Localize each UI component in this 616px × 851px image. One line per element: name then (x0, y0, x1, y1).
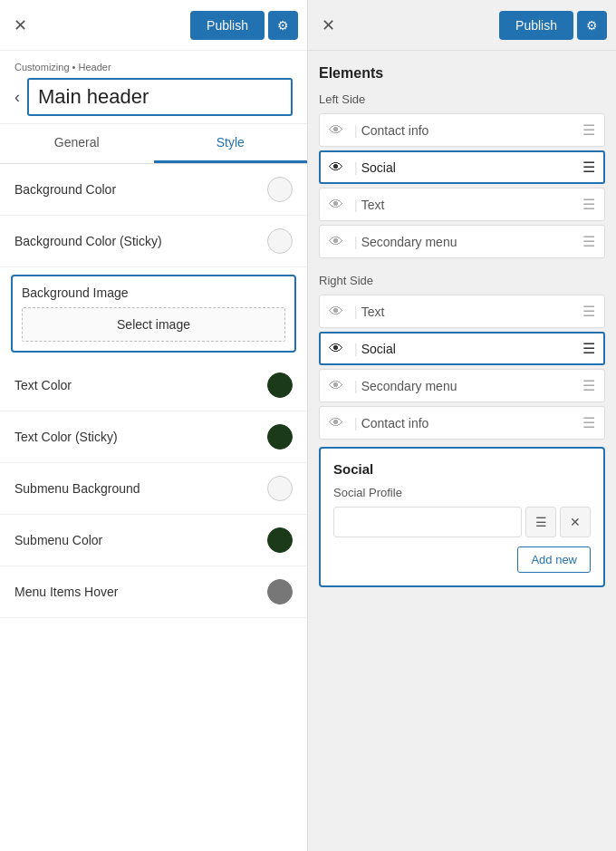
setting-text-color: Text Color (0, 360, 307, 411)
hamburger-icon: ☰ (582, 196, 595, 213)
tab-general[interactable]: General (0, 124, 154, 163)
eye-icon: 👁 (329, 160, 343, 176)
submenu-background-swatch[interactable] (267, 476, 293, 501)
hamburger-icon: ☰ (582, 121, 595, 139)
left-item-social-label: Social (361, 160, 582, 175)
breadcrumb: Customizing • Header (14, 62, 293, 73)
pipe-divider: | (354, 235, 358, 249)
eye-icon: 👁 (329, 122, 343, 139)
social-input-row: ☰ ✕ (333, 507, 591, 537)
left-item-text-label: Text (361, 198, 582, 212)
setting-text-color-sticky-label: Text Color (Sticky) (14, 430, 118, 444)
pipe-divider: | (354, 305, 358, 319)
menu-items-hover-swatch[interactable] (267, 579, 293, 604)
left-item-contact-info[interactable]: 👁 | Contact info ☰ (319, 113, 605, 147)
left-side-label: Left Side (319, 92, 605, 106)
background-color-sticky-swatch[interactable] (267, 228, 293, 254)
left-publish-button[interactable]: Publish (190, 11, 265, 40)
add-new-button[interactable]: Add new (517, 546, 591, 573)
right-item-text-label: Text (361, 305, 582, 319)
left-item-text[interactable]: 👁 | Text ☰ (319, 188, 605, 221)
setting-background-color-sticky-label: Background Color (Sticky) (14, 234, 162, 248)
eye-icon: 👁 (329, 197, 343, 213)
settings-list: Background Color Background Color (Stick… (0, 164, 307, 851)
right-item-contact-info-label: Contact info (361, 416, 582, 430)
page-title: Main header (27, 78, 293, 116)
pipe-divider: | (354, 160, 358, 175)
right-item-contact-info[interactable]: 👁 | Contact info ☰ (319, 406, 605, 440)
text-color-swatch[interactable] (267, 372, 293, 398)
setting-menu-items-hover-label: Menu Items Hover (14, 585, 118, 599)
background-color-swatch[interactable] (267, 177, 293, 202)
social-profile-label: Social Profile (333, 486, 591, 499)
setting-background-color: Background Color (0, 164, 307, 216)
eye-icon: 👁 (329, 378, 343, 394)
pipe-divider: | (354, 123, 358, 138)
eye-icon: 👁 (329, 415, 343, 431)
eye-icon: 👁 (329, 234, 343, 250)
title-row: ‹ Main header (14, 78, 293, 116)
back-button[interactable]: ‹ (14, 88, 27, 107)
hamburger-icon: ☰ (582, 159, 595, 176)
left-top-bar: ✕ Publish ⚙ (0, 0, 307, 51)
left-close-button[interactable]: ✕ (9, 11, 32, 40)
right-item-secondary-menu-label: Secondary menu (361, 379, 582, 393)
background-image-section: Background Image Select image (11, 275, 296, 353)
social-profile-input[interactable] (333, 507, 522, 537)
right-close-button[interactable]: ✕ (317, 11, 340, 40)
right-item-text[interactable]: 👁 | Text ☰ (319, 295, 605, 328)
bg-image-label: Background Image (22, 285, 285, 300)
right-item-social-label: Social (361, 342, 582, 356)
hamburger-icon: ☰ (582, 233, 595, 250)
tab-style[interactable]: Style (154, 124, 308, 163)
left-item-contact-info-label: Contact info (361, 123, 582, 138)
left-publish-group: Publish ⚙ (190, 11, 298, 40)
elements-title: Elements (319, 65, 605, 82)
social-detail-panel: Social Social Profile ☰ ✕ Add new (319, 447, 605, 587)
pipe-divider: | (354, 342, 358, 356)
pipe-divider: | (354, 198, 358, 212)
hamburger-icon: ☰ (582, 340, 595, 357)
pipe-divider: | (354, 416, 358, 430)
right-gear-button[interactable]: ⚙ (577, 11, 607, 40)
setting-menu-items-hover: Menu Items Hover (0, 566, 307, 618)
social-hamburger-button[interactable]: ☰ (525, 507, 556, 537)
setting-text-color-label: Text Color (14, 378, 72, 392)
eye-icon: 👁 (329, 341, 343, 357)
hamburger-icon: ☰ (582, 414, 595, 431)
setting-submenu-background: Submenu Background (0, 463, 307, 515)
hamburger-icon: ☰ (582, 377, 595, 394)
left-gear-button[interactable]: ⚙ (268, 11, 298, 40)
social-close-button[interactable]: ✕ (560, 507, 591, 537)
left-panel: ✕ Publish ⚙ Customizing • Header ‹ Main … (0, 0, 308, 851)
text-color-sticky-swatch[interactable] (267, 424, 293, 450)
elements-container: Elements Left Side 👁 | Contact info ☰ 👁 … (308, 51, 616, 851)
hamburger-icon: ☰ (582, 303, 595, 320)
select-image-button[interactable]: Select image (22, 307, 285, 342)
left-item-secondary-menu-label: Secondary menu (361, 235, 582, 249)
setting-submenu-color: Submenu Color (0, 515, 307, 566)
setting-background-color-sticky: Background Color (Sticky) (0, 216, 307, 267)
setting-text-color-sticky: Text Color (Sticky) (0, 411, 307, 463)
setting-submenu-background-label: Submenu Background (14, 481, 140, 496)
left-item-social[interactable]: 👁 | Social ☰ (319, 150, 605, 184)
social-detail-title: Social (333, 461, 591, 477)
pipe-divider: | (354, 379, 358, 393)
setting-background-color-label: Background Color (14, 182, 116, 197)
right-item-social[interactable]: 👁 | Social ☰ (319, 332, 605, 365)
right-top-bar: ✕ Publish ⚙ (308, 0, 616, 51)
eye-icon: 👁 (329, 304, 343, 320)
right-item-secondary-menu[interactable]: 👁 | Secondary menu ☰ (319, 369, 605, 402)
right-panel: ✕ Publish ⚙ Elements Left Side 👁 | Conta… (308, 0, 616, 851)
divider (319, 266, 605, 266)
left-item-secondary-menu[interactable]: 👁 | Secondary menu ☰ (319, 225, 605, 258)
setting-submenu-color-label: Submenu Color (14, 533, 102, 547)
header-section: Customizing • Header ‹ Main header (0, 51, 307, 124)
submenu-color-swatch[interactable] (267, 527, 293, 553)
right-publish-button[interactable]: Publish (499, 11, 573, 40)
add-new-container: Add new (333, 546, 591, 573)
right-side-label: Right Side (319, 274, 605, 287)
right-publish-group: Publish ⚙ (499, 11, 607, 40)
tabs: General Style (0, 124, 307, 164)
